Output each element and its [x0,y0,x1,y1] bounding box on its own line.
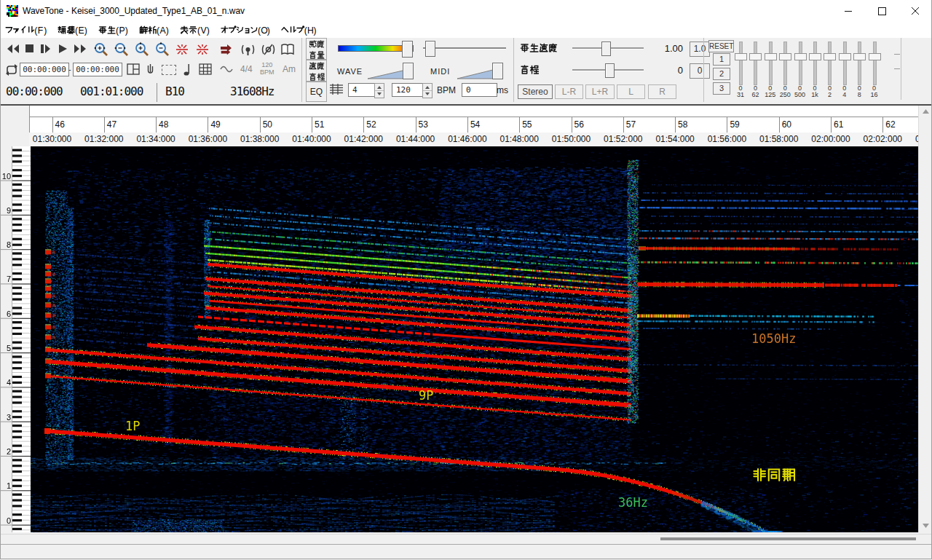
eq-band-4-track[interactable] [843,42,847,85]
channel-l-button[interactable]: L [617,84,645,99]
svg-text:P: P [119,25,125,36]
time-label: 01:46:000 [438,134,497,144]
loop-end-input[interactable]: 00:00:000 [73,63,122,76]
note-button[interactable] [183,62,192,76]
fit-vertical-button[interactable] [195,43,210,56]
clip-button[interactable] [146,63,155,76]
eq-band-500-track[interactable] [799,42,802,85]
eq-band-250-track[interactable] [783,42,787,85]
measure-tick [312,117,312,133]
menu-item-2[interactable]: (P) [98,25,129,36]
tempo-input-spinner[interactable] [422,83,433,98]
menu-item-5[interactable]: (O) [221,25,271,36]
play-button[interactable] [58,43,68,55]
eq-band-62-track[interactable] [754,42,757,85]
menu-item-0[interactable]: (F) [5,25,47,36]
sensitivity-slider-thumb[interactable] [402,41,413,58]
rewind-button[interactable] [6,43,20,55]
split-view-button[interactable] [127,63,140,75]
offset-input[interactable]: 0 [462,83,497,97]
menu-item-6[interactable]: (H) [281,25,317,36]
eq-band-62-thumb[interactable] [749,53,762,60]
zoom-out-horizontal-button[interactable] [114,42,130,58]
pitch-slider-thumb[interactable] [605,63,615,78]
wave-volume-thumb[interactable] [403,63,414,79]
eq-band-31-thumb[interactable] [735,53,747,60]
note-grid-button[interactable] [199,63,212,75]
channel-stereo-button[interactable]: Stereo [518,84,553,99]
ms-label: ms [497,85,508,95]
eq-band-2-thumb[interactable] [824,53,836,60]
zoom-in-vertical-button[interactable] [134,42,150,58]
loop-start-input[interactable]: 00:00:000 [20,63,69,76]
eq-band-250-thumb[interactable] [779,53,791,60]
zoom-out-vertical-button[interactable] [154,42,170,58]
time-label: 01:34:000 [127,134,185,144]
speaker-a-button[interactable] [240,42,256,57]
eq-band-125-track[interactable] [769,42,773,85]
beat-grid-button[interactable] [329,83,344,96]
channel-r-button[interactable]: R [648,84,676,99]
fast-forward-button[interactable] [73,43,87,55]
horizontal-scroll-thumb[interactable] [660,537,916,540]
vertical-scrollbar[interactable] [918,106,932,532]
eq-band-16-track[interactable] [873,42,877,85]
eq-preset-1-button[interactable]: 1 [713,53,730,66]
wave-display-button[interactable] [220,63,233,75]
measure-number: 59 [730,119,739,130]
eq-band-1k-thumb[interactable] [809,53,821,60]
selection-rect-button[interactable] [162,65,176,75]
beats-input[interactable]: 4 [348,83,375,97]
menu-item-4[interactable]: (V) [180,25,210,36]
eq-band-500-thumb[interactable] [794,53,807,60]
speaker-b-button[interactable] [261,42,276,57]
speed-slider-thumb[interactable] [601,42,611,56]
speed-reset-button[interactable]: 1.0 [690,42,710,57]
pitch-reset-button[interactable]: 0 [690,63,710,79]
tempo-input[interactable]: 120 [392,83,423,97]
minimize-button[interactable] [832,0,865,22]
piano-keyboard[interactable] [0,146,31,532]
eq-band-1k-track[interactable] [813,42,817,85]
midi-volume-thumb[interactable] [492,63,503,79]
eq-band-125-thumb[interactable] [765,53,777,60]
stop-button[interactable] [24,43,34,55]
eq-reset-button[interactable]: RESET [708,40,734,52]
scroll-up-icon[interactable] [922,108,930,115]
wavetone-window: WaveTone - Keisei_3000_Updated_Type1_AB_… [0,0,932,560]
time-label: 02:00:000 [802,134,860,144]
zoom-in-horizontal-button[interactable] [93,42,109,58]
follow-button[interactable] [219,43,234,56]
fit-horizontal-button[interactable] [175,43,189,56]
menu-item-1[interactable]: (E) [58,25,88,36]
measure-number-row[interactable]: 464748495051525354555657585960616263 [29,117,932,133]
timeline-ruler[interactable]: 464748495051525354555657585960616263 01:… [0,106,932,146]
loop-button[interactable] [4,63,19,76]
eq-band-31-track[interactable] [739,42,743,85]
horizontal-scrollbar[interactable] [0,534,932,545]
pause-button[interactable] [39,43,51,55]
volume-slider-track[interactable] [423,47,506,49]
close-button[interactable] [899,0,932,22]
volume-slider-thumb[interactable] [425,41,435,57]
eq-band-4-thumb[interactable] [839,53,851,60]
help-book-button[interactable] [280,42,295,57]
toolbar: 00:00:000-00:00:0004/4120BPMAm00:00:0000… [0,38,932,102]
spectrogram[interactable] [31,146,918,532]
eq-band-16-thumb[interactable] [869,53,881,60]
channel-lr-button[interactable]: L-R [555,84,583,99]
maximize-button[interactable] [865,0,899,22]
channel-lr-button[interactable]: L+R [585,84,615,99]
time-label: 01:42:000 [334,134,392,144]
eq-band-8-thumb[interactable] [853,53,866,60]
scroll-down-icon[interactable] [922,522,930,529]
time-label-row[interactable]: 01:30:00001:32:00001:34:00001:36:00001:3… [29,133,932,146]
eq-band-8-track[interactable] [858,42,861,85]
time-label: 01:56:000 [698,134,756,144]
eq-band-2-track[interactable] [828,42,832,85]
beats-input-spinner[interactable] [374,83,384,98]
menu-item-3[interactable]: (A) [139,25,170,36]
eq-preset-2-button[interactable]: 2 [713,68,730,80]
panel-label-speed-pitch [306,60,327,82]
eq-preset-3-button[interactable]: 3 [713,82,730,95]
